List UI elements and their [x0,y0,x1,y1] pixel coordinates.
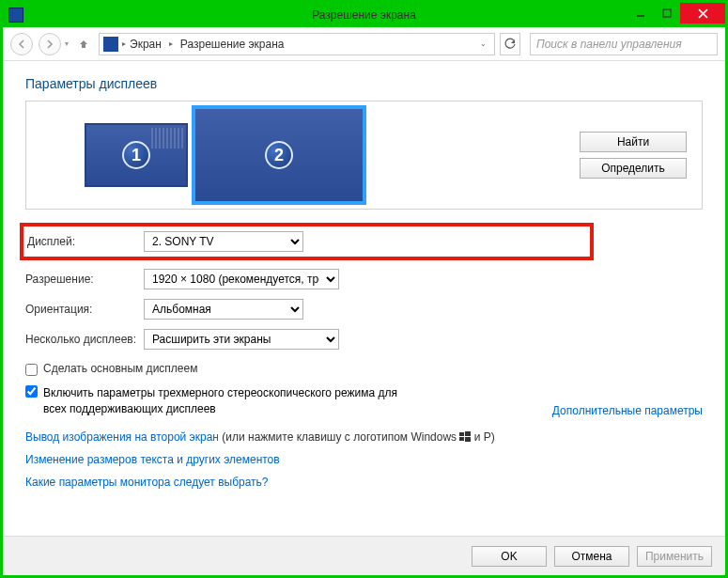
section-title: Параметры дисплеев [25,76,703,91]
maximize-button[interactable] [654,3,680,23]
monitor-2-badge: 2 [265,141,293,169]
ok-button[interactable]: OK [472,546,547,567]
window-frame: Разрешение экрана ▾ ▸ Экран ▸ [0,0,728,578]
multi-display-label: Несколько дисплеев: [25,333,144,346]
monitor-1-decoration [151,128,183,148]
breadcrumb-icon [103,37,118,52]
navbar: ▾ ▸ Экран ▸ Разрешение экрана ⌄ [3,27,725,61]
chevron-right-icon[interactable]: ▸ [122,39,126,48]
identify-button[interactable]: Определить [580,158,687,179]
refresh-button[interactable] [500,33,520,55]
multi-display-select[interactable]: Расширить эти экраны [144,329,339,350]
monitor-2[interactable]: 2 [194,107,364,203]
breadcrumb-dropdown-icon[interactable]: ⌄ [480,39,490,48]
windows-logo-icon [459,431,471,443]
text-size-link[interactable]: Изменение размеров текста и других элеме… [25,453,703,466]
breadcrumb[interactable]: ▸ Экран ▸ Разрешение экрана ⌄ [99,33,495,55]
cancel-button[interactable]: Отмена [554,546,629,567]
panel-buttons-group: Найти Определить [580,132,690,179]
display-select[interactable]: 2. SONY TV [144,231,303,252]
breadcrumb-item-2[interactable]: Разрешение экрана [180,38,285,51]
svg-rect-4 [459,432,464,436]
content-area: Параметры дисплеев 1 2 Найти Определить … [3,61,725,504]
resolution-label: Разрешение: [25,273,144,286]
monitor-1[interactable]: 1 [85,123,188,187]
up-button[interactable] [74,35,93,54]
forward-button[interactable] [39,33,61,55]
close-button[interactable] [680,3,725,23]
window-title: Разрешение экрана [312,8,416,22]
apply-button[interactable]: Применить [637,546,712,567]
display-preview-panel: 1 2 Найти Определить [25,101,703,210]
breadcrumb-item-1[interactable]: Экран [130,38,162,51]
svg-rect-6 [459,437,464,441]
svg-rect-1 [663,9,671,17]
display-label: Дисплей: [25,235,144,248]
titlebar[interactable]: Разрешение экрана [3,3,725,27]
chevron-right-icon[interactable]: ▸ [165,39,177,48]
back-button[interactable] [10,33,33,55]
find-button[interactable]: Найти [580,132,687,152]
orientation-label: Ориентация: [25,303,144,316]
resolution-select[interactable]: 1920 × 1080 (рекомендуется, трехмерное) [144,269,339,289]
which-params-link[interactable]: Какие параметры монитора следует выбрать… [25,476,703,489]
second-screen-link[interactable]: Вывод изображения на второй экран [25,430,219,444]
footer-buttons: OK Отмена Применить [3,536,725,575]
second-screen-suffix2: и P) [471,430,494,444]
links-group: Изменение размеров текста и других элеме… [25,453,703,489]
main-display-checkbox-label[interactable]: Сделать основным дисплеем [43,362,197,375]
orientation-select[interactable]: Альбомная [144,299,303,320]
highlighted-display-row: Дисплей: 2. SONY TV [20,223,594,260]
second-screen-suffix: (или нажмите клавишу с логотипом Windows [219,430,459,444]
window-controls [627,3,725,23]
stereo-checkbox-label[interactable]: Включить параметры трехмерного стереоско… [43,385,419,417]
nav-history-dropdown-icon[interactable]: ▾ [65,39,69,48]
stereo-checkbox[interactable] [25,385,38,398]
monitor-1-badge: 1 [122,141,150,169]
window-icon [8,8,23,23]
search-input[interactable] [530,33,718,55]
main-display-checkbox[interactable] [25,364,38,376]
display-arrangement-area[interactable]: 1 2 [38,107,580,203]
additional-params-link[interactable]: Дополнительные параметры [552,404,703,417]
second-screen-row: Вывод изображения на второй экран (или н… [25,430,703,444]
minimize-button[interactable] [627,3,654,23]
main-display-checkbox-row: Сделать основным дисплеем [25,362,703,376]
